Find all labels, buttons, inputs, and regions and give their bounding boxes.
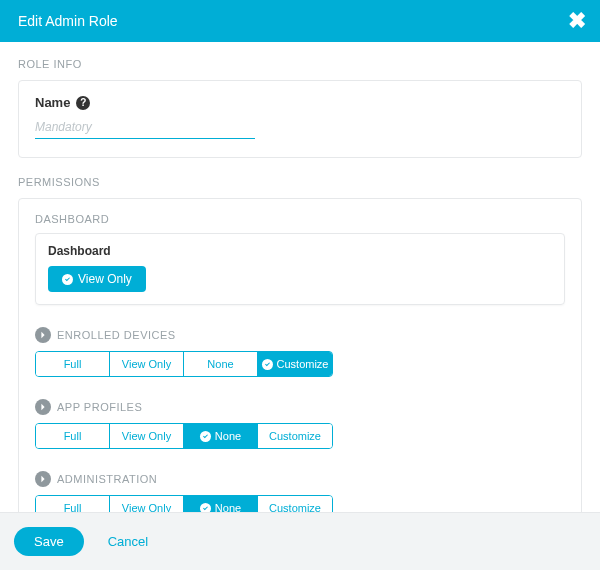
administration-none-label: None (215, 502, 241, 512)
cancel-button[interactable]: Cancel (108, 534, 148, 549)
check-circle-icon (62, 274, 73, 285)
modal-footer: Save Cancel (0, 512, 600, 570)
administration-viewonly-button[interactable]: View Only (110, 496, 184, 512)
modal-body: ROLE INFO Name ? PERMISSIONS DASHBOARD D… (0, 42, 600, 512)
name-label-text: Name (35, 95, 70, 110)
app-profiles-customize-button[interactable]: Customize (258, 424, 332, 448)
save-button[interactable]: Save (14, 527, 84, 556)
dashboard-item-box: Dashboard View Only (35, 233, 565, 305)
dashboard-group-label: DASHBOARD (35, 213, 565, 225)
enrolled-devices-customize-button[interactable]: Customize (258, 352, 332, 376)
check-circle-icon (262, 359, 273, 370)
role-info-section-label: ROLE INFO (18, 58, 582, 70)
close-icon[interactable]: ✖ (568, 10, 586, 32)
modal-title: Edit Admin Role (18, 13, 118, 29)
chevron-right-icon[interactable] (35, 399, 51, 415)
check-circle-icon (200, 431, 211, 442)
chevron-right-icon[interactable] (35, 471, 51, 487)
dashboard-view-only-button[interactable]: View Only (48, 266, 146, 292)
modal-header: Edit Admin Role ✖ (0, 0, 600, 42)
enrolled-devices-group-label: ENROLLED DEVICES (57, 329, 176, 341)
dashboard-selected-label: View Only (78, 272, 132, 286)
role-info-card: Name ? (18, 80, 582, 158)
name-field-label: Name ? (35, 95, 565, 110)
enrolled-devices-segmented: Full View Only None Customize (35, 351, 333, 377)
app-profiles-segmented: Full View Only None Customize (35, 423, 333, 449)
permissions-card: DASHBOARD Dashboard View Only ENROLLED D… (18, 198, 582, 512)
administration-segmented: Full View Only None Customize (35, 495, 333, 512)
app-profiles-none-label: None (215, 430, 241, 442)
chevron-right-icon[interactable] (35, 327, 51, 343)
enrolled-devices-full-button[interactable]: Full (36, 352, 110, 376)
app-profiles-group-label: APP PROFILES (57, 401, 142, 413)
app-profiles-full-button[interactable]: Full (36, 424, 110, 448)
enrolled-devices-none-button[interactable]: None (184, 352, 258, 376)
name-input[interactable] (35, 116, 255, 139)
administration-none-button[interactable]: None (184, 496, 258, 512)
app-profiles-viewonly-button[interactable]: View Only (110, 424, 184, 448)
help-icon[interactable]: ? (76, 96, 90, 110)
administration-full-button[interactable]: Full (36, 496, 110, 512)
administration-customize-button[interactable]: Customize (258, 496, 332, 512)
check-circle-icon (200, 503, 211, 513)
enrolled-devices-viewonly-button[interactable]: View Only (110, 352, 184, 376)
dashboard-item-label: Dashboard (48, 244, 552, 258)
permissions-section-label: PERMISSIONS (18, 176, 582, 188)
enrolled-devices-customize-label: Customize (277, 358, 329, 370)
app-profiles-none-button[interactable]: None (184, 424, 258, 448)
administration-group-label: ADMINISTRATION (57, 473, 157, 485)
